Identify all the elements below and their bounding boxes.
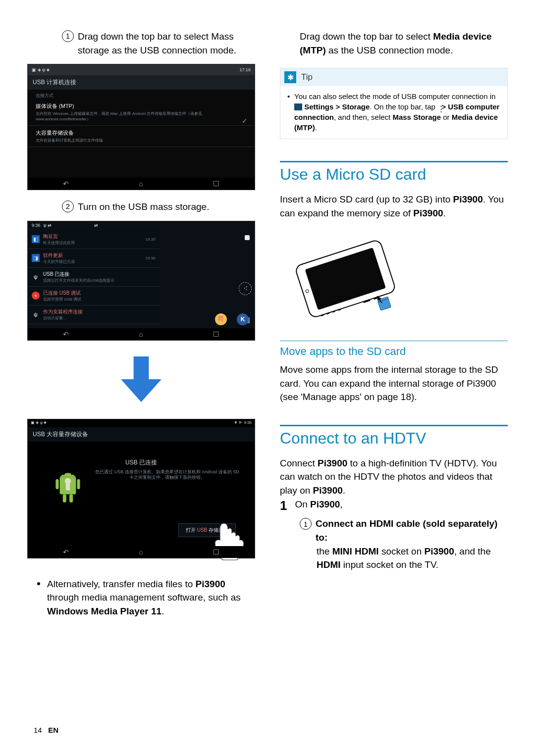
status-time: 9:36 [32, 223, 41, 229]
tablet-sd-illustration [280, 229, 404, 323]
sd-intro: Insert a Micro SD card (up to 32 GB) int… [280, 193, 508, 220]
section-divider [280, 161, 508, 162]
section-hdtv-title: Connect to an HDTV [280, 429, 508, 448]
nav-bar[interactable]: ↶ ⌂ ☐ [28, 546, 255, 558]
apps-drawer-icon[interactable]: ⁖ [239, 282, 252, 295]
left-column: 1 Drag down the top bar to select Mass s… [27, 30, 255, 618]
step-2: 2 Turn on the USB mass storage. [27, 200, 255, 216]
more-inline-icon [437, 103, 439, 110]
home-icon[interactable]: ⌂ [139, 180, 143, 188]
screen-title: USB 大容量存储设备 [28, 427, 255, 442]
dock: 司 K [215, 313, 249, 325]
category-label: 连接方式 [28, 90, 255, 99]
back-icon[interactable]: ↶ [63, 180, 69, 188]
notif-row[interactable]: ◧ 陶豆页昨天使用过此应用 19:30 [28, 230, 160, 249]
step-1: 1 Drag down the top bar to select Mass s… [27, 30, 255, 59]
svg-point-5 [63, 473, 65, 475]
widget-icon [245, 235, 250, 240]
step-number-2: 2 [62, 201, 74, 212]
hdtv-step-1: 1 On Pi3900, [280, 499, 508, 512]
screenshot-notifications: 9:36 ψ ⇄ ⇄ ◧ 陶豆页昨天使用过此应用 19:30 ◨ 软件更新今天的… [27, 221, 255, 341]
svg-rect-2 [77, 479, 80, 489]
option-mtp[interactable]: 媒体设备 (MTP) 允许您在 Windows 上传输媒体文件，或在 Mac 上… [28, 99, 255, 126]
page-content: 1 Drag down the top bar to select Mass s… [0, 0, 535, 638]
step-1-text: Drag down the top bar to select Mass sto… [78, 30, 255, 57]
mtp-instruction: Drag down the top bar to select Media de… [280, 30, 508, 57]
tip-body: You can also select the mode of USB comp… [280, 86, 507, 139]
status-icons: ▣ ◈ ψ ♣ [32, 67, 50, 72]
checkmark-icon: ✓ [242, 117, 248, 125]
hdtv-intro: Connect Pi3900 to a high-definition TV (… [280, 456, 508, 498]
section-divider [280, 425, 508, 426]
big-step-number: 1 [280, 499, 287, 512]
option-mass-storage[interactable]: 大容量存储设备 允许在设备和计算机之间进行文件传输 [28, 126, 255, 147]
bullet-icon [37, 582, 40, 585]
svg-rect-4 [69, 494, 73, 502]
screenshot-usb-mode: ▣ ◈ ψ ♣ 17:16 USB 计算机连接 连接方式 媒体设备 (MTP) … [27, 64, 255, 190]
arrow-down-icon [121, 356, 161, 402]
alternative-note: Alternatively, transfer media files to P… [27, 577, 255, 618]
tip-title: Tip [301, 72, 313, 82]
notif-row[interactable]: ⌖ 已连接 USB 调试选择可禁用 USB 调试 [28, 287, 160, 305]
settings-icon[interactable]: ⇄ [94, 223, 98, 229]
home-icon[interactable]: ⌂ [139, 548, 143, 556]
svg-rect-10 [305, 248, 386, 310]
home-icon[interactable]: ⌂ [139, 330, 143, 338]
notif-row[interactable]: ψ 作为安装程序连接启动大容量... [28, 305, 160, 324]
page-footer: 14 EN [34, 726, 58, 734]
screenshot-usb-storage: ▣ ◈ ψ ♣ ▼ ⫸ 9:36 USB 大容量存储设备 USB 已连接 您已通… [27, 419, 255, 558]
settings-inline-icon [294, 103, 302, 110]
android-usb-icon [53, 466, 83, 506]
notif-row[interactable]: ◨ 软件更新今天的升级已完成 19:30 [28, 249, 160, 268]
right-column: Drag down the top bar to select Media de… [280, 30, 508, 618]
notification-panel: ◧ 陶豆页昨天使用过此应用 19:30 ◨ 软件更新今天的升级已完成 19:30… [28, 230, 160, 324]
tip-header: ✱ Tip [280, 68, 507, 86]
back-icon[interactable]: ↶ [63, 330, 69, 338]
svg-rect-1 [55, 479, 58, 489]
browser-icon[interactable]: 司 [215, 313, 227, 325]
section-sd-title: Use a Micro SD card [280, 165, 508, 184]
nav-bar[interactable]: ↶ ⌂ ☐ [28, 178, 255, 190]
recents-icon[interactable]: ☐ [213, 330, 219, 338]
subsection-divider [280, 341, 508, 341]
step-2-text: Turn on the USB mass storage. [78, 200, 255, 214]
status-right-icons: ▼ ⫸ 9:36 [234, 420, 252, 426]
tip-box: ✱ Tip You can also select the mode of US… [280, 68, 508, 139]
nav-bar[interactable]: ↶ ⌂ ☐ [28, 328, 255, 340]
notif-row[interactable]: ψ USB 已连接选择以打开文件或者关闭该USB连接提示 [28, 268, 160, 287]
move-apps-text: Move some apps from the internal storage… [280, 363, 508, 404]
hdtv-connection-detail: the MINI HDMI socket on Pi3900, and the … [280, 545, 508, 572]
status-time: 17:16 [239, 67, 251, 72]
step-number-1: 1 [62, 30, 74, 42]
status-icons: ψ ⇄ [44, 223, 52, 229]
svg-point-6 [71, 473, 73, 475]
tip-star-icon: ✱ [284, 71, 296, 83]
move-apps-title: Move apps to the SD card [280, 345, 508, 358]
svg-point-8 [65, 478, 71, 484]
recents-icon[interactable]: ☐ [213, 548, 219, 556]
screenshot-title: USB 计算机连接 [28, 75, 255, 90]
status-icons: ▣ ◈ ψ ♣ [31, 420, 47, 426]
hdtv-substep-1: 1 Connect an HDMI cable (sold separately… [280, 517, 508, 544]
recents-icon[interactable]: ☐ [213, 180, 219, 188]
substep-number: 1 [300, 518, 312, 530]
back-icon[interactable]: ↶ [63, 548, 69, 556]
app-k-icon[interactable]: K [237, 313, 249, 325]
svg-rect-3 [63, 494, 66, 502]
